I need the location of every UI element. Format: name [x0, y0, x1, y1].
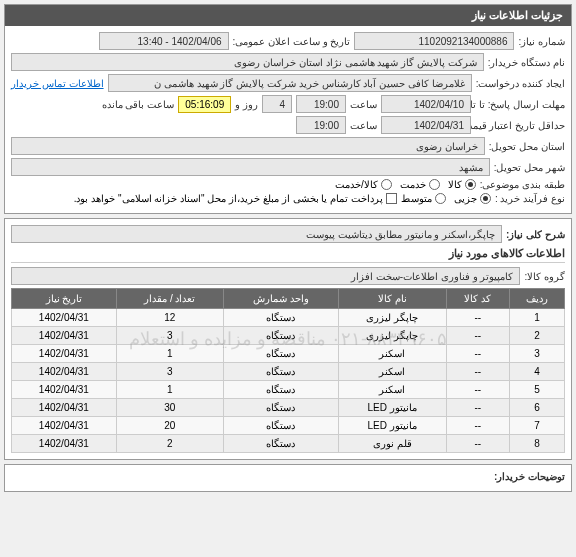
cell-qty: 12 [116, 309, 223, 327]
creator-label: ایجاد کننده درخواست: [476, 78, 565, 89]
cell-qty: 1 [116, 381, 223, 399]
province-label: استان محل تحویل: [489, 141, 565, 152]
table-row[interactable]: 1--چاپگر لیزریدستگاه121402/04/31 [12, 309, 565, 327]
cell-idx: 5 [510, 381, 565, 399]
table-row[interactable]: 2--چاپگر لیزریدستگاه31402/04/31 [12, 327, 565, 345]
details-panel: جزئیات اطلاعات نیاز شماره نیاز: 11020921… [4, 4, 572, 214]
radio-goods[interactable]: کالا [448, 179, 476, 190]
cell-code: -- [446, 381, 509, 399]
table-header-row: ردیف کد کالا نام کالا واحد شمارش تعداد /… [12, 289, 565, 309]
table-row[interactable]: 3--اسکنردستگاه11402/04/31 [12, 345, 565, 363]
cell-name: اسکنر [338, 381, 446, 399]
th-code: کد کالا [446, 289, 509, 309]
classify-label: طبقه بندی موضوعی: [480, 179, 565, 190]
radio-both[interactable]: کالا/خدمت [335, 179, 392, 190]
cell-unit: دستگاه [223, 345, 338, 363]
buyer-value: شرکت پالایش گاز شهید هاشمی نژاد استان خر… [11, 53, 484, 71]
time-label-2: ساعت [350, 120, 377, 131]
cell-qty: 3 [116, 327, 223, 345]
cell-qty: 20 [116, 417, 223, 435]
table-row[interactable]: 7--مانیتور LEDدستگاه201402/04/31 [12, 417, 565, 435]
cell-name: مانیتور LED [338, 399, 446, 417]
cell-unit: دستگاه [223, 381, 338, 399]
cell-date: 1402/04/31 [12, 327, 117, 345]
province-value: خراسان رضوی [11, 137, 485, 155]
cell-code: -- [446, 435, 509, 453]
th-unit: واحد شمارش [223, 289, 338, 309]
buyer-notes-label: توضیحات خریدار: [494, 471, 565, 482]
radio-icon [381, 179, 392, 190]
cell-idx: 8 [510, 435, 565, 453]
cell-unit: دستگاه [223, 327, 338, 345]
radio-goods-label: کالا [448, 179, 462, 190]
cell-qty: 1 [116, 345, 223, 363]
radio-icon [465, 179, 476, 190]
radio-partial-label: جزیی [454, 193, 477, 204]
group-label: گروه کالا: [524, 271, 565, 282]
table-row[interactable]: 8--قلم نوریدستگاه21402/04/31 [12, 435, 565, 453]
buytype-radios: جزیی متوسط [401, 193, 491, 204]
cell-unit: دستگاه [223, 363, 338, 381]
validity-label: حداقل تاریخ اعتبار قیمت: تا تاریخ: [475, 120, 565, 131]
radio-partial[interactable]: جزیی [454, 193, 491, 204]
cell-qty: 2 [116, 435, 223, 453]
days-remain: 4 [262, 95, 292, 113]
th-qty: تعداد / مقدار [116, 289, 223, 309]
remain-time: 05:16:09 [178, 96, 231, 113]
cell-idx: 7 [510, 417, 565, 435]
contact-link[interactable]: اطلاعات تماس خریدار [11, 78, 104, 89]
table-row[interactable]: 6--مانیتور LEDدستگاه301402/04/31 [12, 399, 565, 417]
cell-name: مانیتور LED [338, 417, 446, 435]
group-value: کامپیوتر و فناوری اطلاعات-سخت افزار [11, 267, 520, 285]
creator-value: غلامرضا کافی حسین آباد کارشناس خرید شرکت… [108, 74, 472, 92]
validity-date: 1402/04/31 [381, 116, 471, 134]
time-label-1: ساعت [350, 99, 377, 110]
cell-code: -- [446, 363, 509, 381]
classify-radios: کالا خدمت کالا/خدمت [335, 179, 476, 190]
desc-value: چاپگر،اسکنر و مانیتور مطابق دیتاشیت پیوس… [11, 225, 502, 243]
cell-code: -- [446, 417, 509, 435]
cell-date: 1402/04/31 [12, 345, 117, 363]
cell-unit: دستگاه [223, 399, 338, 417]
cell-code: -- [446, 345, 509, 363]
cell-date: 1402/04/31 [12, 417, 117, 435]
cell-unit: دستگاه [223, 309, 338, 327]
th-date: تاریخ نیاز [12, 289, 117, 309]
cell-idx: 1 [510, 309, 565, 327]
buytype-label: نوع فرآیند خرید : [495, 193, 565, 204]
announce-value: 1402/04/06 - 13:40 [99, 32, 229, 50]
cell-idx: 4 [510, 363, 565, 381]
cell-qty: 30 [116, 399, 223, 417]
validity-time: 19:00 [296, 116, 346, 134]
radio-icon [480, 193, 491, 204]
cell-date: 1402/04/31 [12, 363, 117, 381]
cell-unit: دستگاه [223, 417, 338, 435]
remain-label: ساعت باقی مانده [102, 99, 175, 110]
th-name: نام کالا [338, 289, 446, 309]
radio-service-label: خدمت [400, 179, 426, 190]
need-no-value: 1102092134000886 [354, 32, 514, 50]
panel-title: جزئیات اطلاعات نیاز [5, 5, 571, 26]
cell-name: اسکنر [338, 363, 446, 381]
buyer-label: نام دستگاه خریدار: [488, 57, 565, 68]
table-row[interactable]: 4--اسکنردستگاه31402/04/31 [12, 363, 565, 381]
cell-code: -- [446, 327, 509, 345]
table-row[interactable]: 5--اسکنردستگاه11402/04/31 [12, 381, 565, 399]
cell-date: 1402/04/31 [12, 381, 117, 399]
cell-idx: 2 [510, 327, 565, 345]
cell-date: 1402/04/31 [12, 309, 117, 327]
cell-date: 1402/04/31 [12, 435, 117, 453]
payment-check[interactable]: پرداخت تمام یا بخشی از مبلغ خرید،از محل … [74, 193, 397, 204]
cell-unit: دستگاه [223, 435, 338, 453]
th-row: ردیف [510, 289, 565, 309]
radio-icon [429, 179, 440, 190]
radio-medium[interactable]: متوسط [401, 193, 446, 204]
checkbox-icon [386, 193, 397, 204]
radio-service[interactable]: خدمت [400, 179, 440, 190]
radio-icon [435, 193, 446, 204]
radio-medium-label: متوسط [401, 193, 432, 204]
announce-label: تاریخ و ساعت اعلان عمومی: [233, 36, 351, 47]
desc-label: شرح کلی نیاز: [506, 229, 565, 240]
radio-both-label: کالا/خدمت [335, 179, 378, 190]
cell-name: اسکنر [338, 345, 446, 363]
